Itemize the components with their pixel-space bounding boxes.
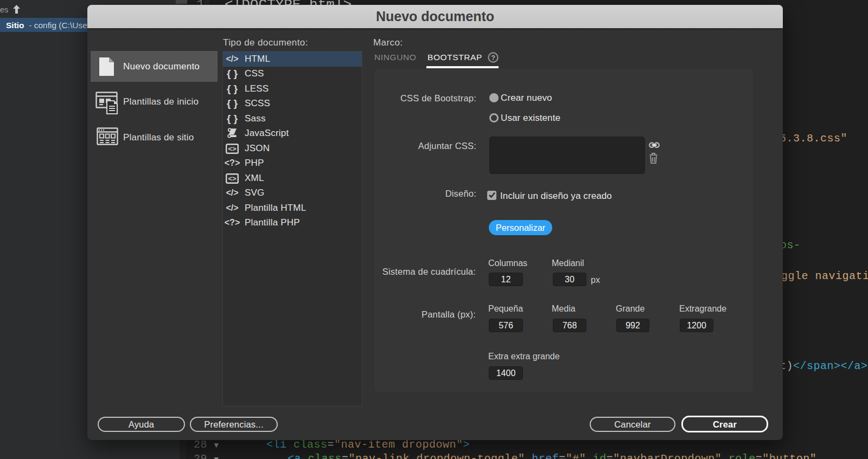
svg-text:?: ?: [491, 54, 495, 62]
svg-text:<>: <>: [228, 145, 237, 153]
svg-text:<>: <>: [228, 174, 237, 183]
